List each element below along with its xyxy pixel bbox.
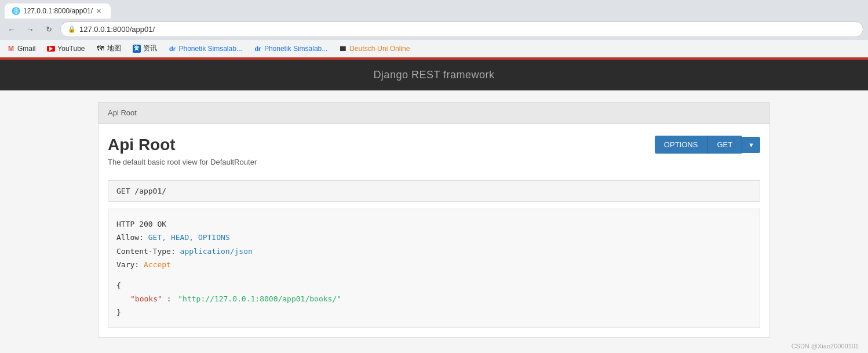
phonetik1-icon: dr <box>169 45 177 53</box>
page-description: The default basic root view for DefaultR… <box>108 158 257 166</box>
gmail-icon: M <box>7 45 15 53</box>
bookmark-news[interactable]: 资 资讯 <box>130 42 159 54</box>
json-books-line: "books" : "http://127.0.0.1:8000/app01/b… <box>116 292 752 305</box>
request-line: GET /app01/ <box>116 187 166 195</box>
drf-title-area: Api Root The default basic root view for… <box>108 136 257 176</box>
breadcrumb-text: Api Root <box>108 108 137 117</box>
drf-card-header: Api Root The default basic root view for… <box>108 136 760 176</box>
json-key: "books" <box>130 294 162 303</box>
drf-request-box: GET /app01/ <box>108 180 760 202</box>
get-button[interactable]: GET <box>707 136 742 154</box>
response-content-type-line: Content-Type: application/json <box>116 245 752 258</box>
drf-action-buttons: OPTIONS GET ▼ <box>655 136 760 154</box>
back-button[interactable]: ← <box>5 23 19 37</box>
address-security-icon: 🔒 <box>68 26 76 33</box>
drf-main-card: Api Root The default basic root view for… <box>98 123 770 338</box>
drf-response-box: HTTP 200 OK Allow: GET, HEAD, OPTIONS Co… <box>108 209 760 328</box>
phonetik2-icon: dr <box>254 45 262 53</box>
forward-button[interactable]: → <box>23 23 37 37</box>
bookmarks-bar: M Gmail YouTube 🗺 地图 资 资讯 dr Phonetik Si… <box>0 40 868 57</box>
response-vary-line: Vary: Accept <box>116 258 752 271</box>
content-type-value: application/json <box>180 247 253 256</box>
tab-title: 127.0.0.1:8000/app01/ <box>23 7 93 15</box>
active-tab[interactable]: 🌐 127.0.0.1:8000/app01/ ✕ <box>5 3 111 19</box>
address-bar-row: ← → ↻ 🔒 127.0.0.1:8000/app01/ <box>0 19 868 40</box>
drf-header-title: Django REST framework <box>373 69 494 81</box>
drf-breadcrumb: Api Root <box>98 102 770 123</box>
json-open-brace: { <box>116 279 752 292</box>
bookmark-gmail[interactable]: M Gmail <box>5 43 38 54</box>
footer-text: CSDN @Xiao20000101 <box>792 343 859 350</box>
response-allow-line: Allow: GET, HEAD, OPTIONS <box>116 231 752 244</box>
http-status: HTTP 200 OK <box>116 220 166 228</box>
bookmark-news-label: 资讯 <box>143 43 157 53</box>
bookmark-phonetik2-label: Phonetik Simsalab... <box>264 45 327 53</box>
drf-content: Api Root Api Root The default basic root… <box>86 102 782 338</box>
bookmark-phonetik1-label: Phonetik Simsalab... <box>179 45 242 53</box>
tab-close-button[interactable]: ✕ <box>96 8 101 15</box>
bookmark-phonetik2[interactable]: dr Phonetik Simsalab... <box>251 43 330 54</box>
page-title: Api Root <box>108 136 257 154</box>
deutsch-icon: ⯀ <box>339 45 347 53</box>
get-dropdown-button[interactable]: ▼ <box>742 137 760 153</box>
json-value: "http://127.0.0.1:8000/app01/books/" <box>178 294 341 303</box>
bookmark-youtube[interactable]: YouTube <box>45 43 87 54</box>
drf-header: Django REST framework <box>0 57 868 90</box>
refresh-button[interactable]: ↻ <box>42 23 56 37</box>
page-body: Django REST framework Api Root Api Root … <box>0 57 868 353</box>
bookmark-deutsch-label: Deutsch-Uni Online <box>349 45 410 53</box>
bookmark-deutsch[interactable]: ⯀ Deutsch-Uni Online <box>337 43 412 54</box>
address-text: 127.0.0.1:8000/app01/ <box>79 25 155 34</box>
news-icon: 资 <box>133 45 141 53</box>
response-status-line: HTTP 200 OK <box>116 217 752 231</box>
youtube-icon <box>47 45 55 53</box>
bookmark-gmail-label: Gmail <box>17 45 35 53</box>
response-json: { "books" : "http://127.0.0.1:8000/app01… <box>116 279 752 319</box>
content-type-label: Content-Type: <box>116 247 176 256</box>
vary-value: Accept <box>144 260 171 269</box>
bookmark-maps[interactable]: 🗺 地图 <box>94 42 123 54</box>
address-bar[interactable]: 🔒 127.0.0.1:8000/app01/ <box>60 21 863 37</box>
allow-label: Allow: <box>116 233 144 242</box>
options-button[interactable]: OPTIONS <box>655 136 707 154</box>
allow-value: GET, HEAD, OPTIONS <box>148 233 230 242</box>
maps-icon: 🗺 <box>97 45 105 53</box>
vary-label: Vary: <box>116 260 139 269</box>
page-footer: CSDN @Xiao20000101 <box>0 338 868 353</box>
tab-bar: 🌐 127.0.0.1:8000/app01/ ✕ <box>0 0 868 19</box>
json-close-brace: } <box>116 305 752 319</box>
bookmark-youtube-label: YouTube <box>57 45 85 53</box>
bookmark-phonetik1[interactable]: dr Phonetik Simsalab... <box>166 43 245 54</box>
json-colon: : <box>167 294 172 303</box>
tab-favicon: 🌐 <box>12 7 20 15</box>
bookmark-maps-label: 地图 <box>107 43 121 53</box>
browser-chrome: 🌐 127.0.0.1:8000/app01/ ✕ ← → ↻ 🔒 127.0.… <box>0 0 868 57</box>
